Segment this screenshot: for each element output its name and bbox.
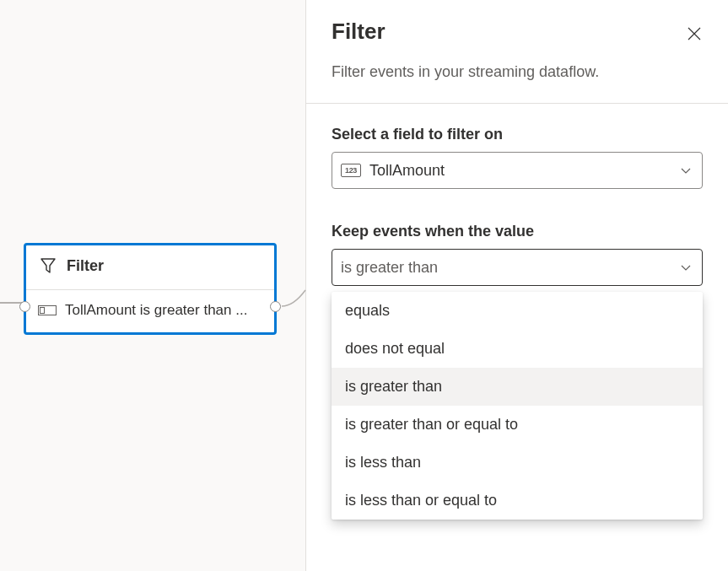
- condition-dropdown[interactable]: equalsdoes not equalis greater thanis gr…: [332, 292, 703, 520]
- node-port-out[interactable]: [270, 301, 281, 312]
- panel-subtitle: Filter events in your streaming dataflow…: [332, 63, 703, 81]
- condition-option[interactable]: is less than: [332, 444, 703, 482]
- close-icon: [687, 26, 702, 41]
- filter-node-summary: TollAmount is greater than ...: [65, 302, 247, 319]
- condition-option[interactable]: equals: [332, 292, 703, 330]
- condition-option[interactable]: is greater than or equal to: [332, 406, 703, 444]
- config-panel: Filter Filter events in your streaming d…: [306, 0, 728, 571]
- svg-rect-1: [40, 308, 45, 314]
- panel-title: Filter: [332, 19, 703, 45]
- numeric-type-badge-icon: 123: [341, 164, 361, 177]
- diagram-canvas[interactable]: Filter TollAmount is greater than ...: [0, 0, 306, 571]
- condition-option[interactable]: does not equal: [332, 330, 703, 368]
- chevron-down-icon: [680, 261, 692, 273]
- field-select-value: TollAmount: [369, 162, 680, 180]
- condition-option[interactable]: is less than or equal to: [332, 482, 703, 520]
- filter-node[interactable]: Filter TollAmount is greater than ...: [24, 243, 277, 335]
- condition-select-group: Keep events when the value is greater th…: [332, 223, 703, 286]
- node-port-in[interactable]: [19, 301, 30, 312]
- field-select[interactable]: 123 TollAmount: [332, 152, 703, 189]
- chevron-down-icon: [680, 164, 692, 176]
- connector-line-out: [277, 287, 310, 321]
- funnel-icon: [38, 256, 58, 276]
- filter-node-body[interactable]: TollAmount is greater than ...: [26, 290, 274, 332]
- condition-select-label: Keep events when the value: [332, 223, 703, 240]
- panel-header: Filter Filter events in your streaming d…: [306, 0, 728, 104]
- field-select-group: Select a field to filter on 123 TollAmou…: [332, 126, 703, 189]
- close-button[interactable]: [682, 22, 706, 46]
- filter-node-header[interactable]: Filter: [26, 245, 274, 289]
- panel-body: Select a field to filter on 123 TollAmou…: [306, 104, 728, 308]
- field-select-label: Select a field to filter on: [332, 126, 703, 143]
- condition-select-value: is greater than: [341, 259, 680, 277]
- app-root: Filter TollAmount is greater than ... Fi: [0, 0, 728, 571]
- filter-node-title: Filter: [67, 257, 104, 275]
- field-icon: [38, 304, 57, 316]
- condition-select[interactable]: is greater than: [332, 249, 703, 286]
- condition-option[interactable]: is greater than: [332, 368, 703, 406]
